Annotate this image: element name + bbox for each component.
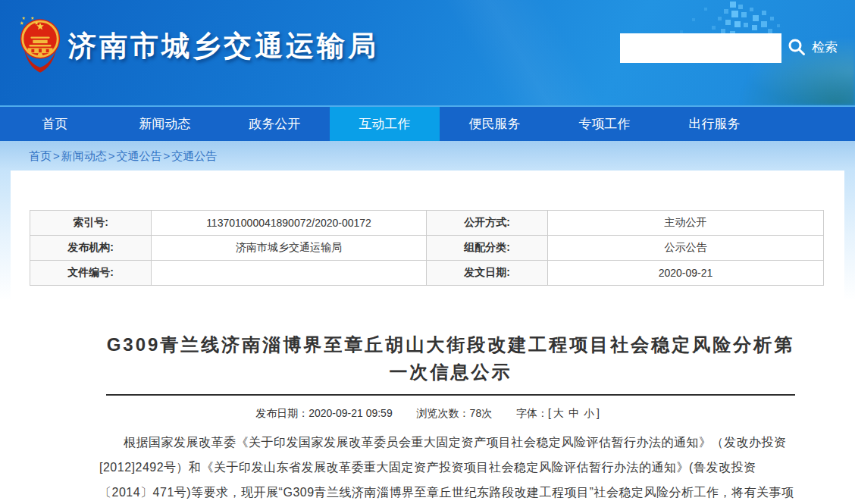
nav-item-interaction[interactable]: 互动工作 <box>330 107 440 141</box>
font-size-label: 字体： <box>516 407 548 419</box>
info-label-issuing-agency: 发布机构: <box>30 236 152 261</box>
info-value-issuing-agency: 济南市城乡交通运输局 <box>152 236 427 261</box>
info-label-document-number: 文件编号: <box>30 261 152 286</box>
breadcrumb-separator: > <box>53 149 60 162</box>
publish-date-group: 发布日期：2020-09-21 09:59 <box>255 407 393 419</box>
article-title: G309青兰线济南淄博界至章丘胡山大街段改建工程项目社会稳定风险分析第一次信息公… <box>106 331 795 386</box>
content-panel: 索引号: 113701000041890072/2020-00172 公开方式:… <box>11 171 844 504</box>
search-button[interactable]: 检索 <box>788 38 838 56</box>
nav-item-travel[interactable]: 出行服务 <box>659 107 769 141</box>
article-meta: 发布日期：2020-09-21 09:59 浏览次数：78次 字体：[大中小] <box>11 407 844 421</box>
main-nav: 首页 新闻动态 政务公开 互动工作 便民服务 专项工作 出行服务 <box>0 105 855 141</box>
info-value-document-number <box>152 261 427 286</box>
article-body-paragraph: 根据国家发展改革委《关于印发国家发展改革委员会重大固定资产项目社会稳定风险评估暂… <box>99 430 796 504</box>
search-input[interactable] <box>620 33 781 63</box>
info-table: 索引号: 113701000041890072/2020-00172 公开方式:… <box>30 210 824 286</box>
info-table-row: 发布机构: 济南市城乡交通运输局 组配分类: 公示公告 <box>30 236 824 261</box>
font-size-bracket-close: ] <box>597 407 600 419</box>
breadcrumb-traffic-notice-current[interactable]: 交通公告 <box>171 149 217 162</box>
font-size-medium[interactable]: 中 <box>568 407 579 419</box>
search-icon <box>788 38 806 56</box>
nav-item-home[interactable]: 首页 <box>0 107 110 141</box>
page-body: 首页>新闻动态>交通公告>交通公告 索引号: 11370100004189007… <box>0 141 855 504</box>
nav-item-gov-info[interactable]: 政务公开 <box>220 107 330 141</box>
font-size-large[interactable]: 大 <box>553 407 564 419</box>
nav-item-convenience[interactable]: 便民服务 <box>440 107 550 141</box>
info-label-disclosure-method: 公开方式: <box>427 211 548 236</box>
info-value-category: 公示公告 <box>548 236 824 261</box>
nav-item-special-work[interactable]: 专项工作 <box>550 107 659 141</box>
site-title: 济南市城乡交通运输局 <box>68 27 379 65</box>
nav-item-news[interactable]: 新闻动态 <box>110 107 220 141</box>
publish-date-value: 2020-09-21 09:59 <box>308 407 393 419</box>
view-count-label: 浏览次数： <box>417 407 470 419</box>
font-size-bracket-open: [ <box>548 407 551 419</box>
info-label-issue-date: 发文日期: <box>427 261 548 286</box>
font-size-small[interactable]: 小 <box>584 407 594 419</box>
view-count-group: 浏览次数：78次 <box>417 407 493 419</box>
page: 济南市城乡交通运输局 <box>0 0 855 504</box>
title-divider <box>106 394 795 396</box>
view-count-value: 78次 <box>470 407 493 419</box>
tech-dots-decoration <box>639 0 813 55</box>
breadcrumb-separator: > <box>164 149 171 162</box>
info-value-disclosure-method: 主动公开 <box>548 211 824 236</box>
info-value-issue-date: 2020-09-21 <box>548 261 824 286</box>
info-table-row: 文件编号: 发文日期: 2020-09-21 <box>30 261 824 286</box>
search-button-label: 检索 <box>812 39 838 56</box>
breadcrumb: 首页>新闻动态>交通公告>交通公告 <box>0 141 855 171</box>
publish-date-label: 发布日期： <box>255 407 308 419</box>
breadcrumb-news[interactable]: 新闻动态 <box>61 149 107 162</box>
info-label-category: 组配分类: <box>427 236 548 261</box>
national-emblem-logo <box>18 15 62 76</box>
info-value-index-number: 113701000041890072/2020-00172 <box>152 211 427 236</box>
breadcrumb-separator: > <box>108 149 115 162</box>
info-label-index-number: 索引号: <box>30 211 152 236</box>
breadcrumb-traffic-notice[interactable]: 交通公告 <box>117 149 162 162</box>
header-photo-decoration <box>726 30 855 105</box>
font-size-group: 字体：[大中小] <box>516 407 600 419</box>
info-table-row: 索引号: 113701000041890072/2020-00172 公开方式:… <box>30 211 824 236</box>
breadcrumb-home[interactable]: 首页 <box>29 149 52 162</box>
site-header: 济南市城乡交通运输局 <box>0 0 855 105</box>
